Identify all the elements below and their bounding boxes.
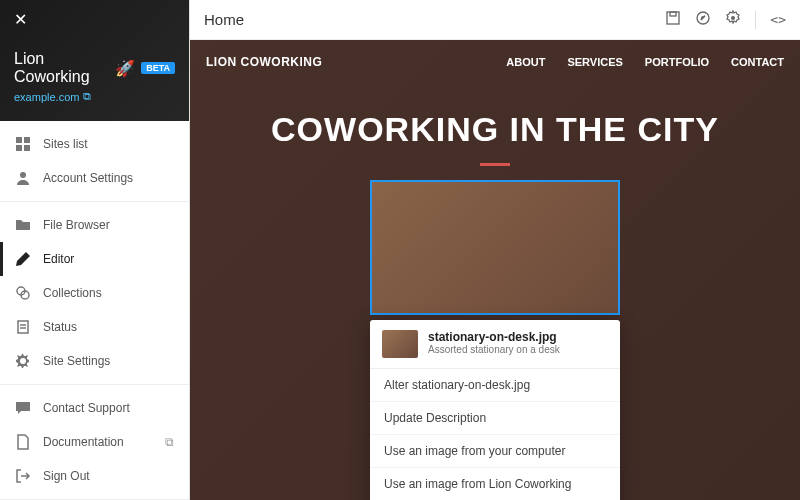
external-link-icon: ⧉ <box>83 90 91 103</box>
popup-caption: Assorted stationary on a desk <box>428 344 560 355</box>
compass-icon[interactable] <box>695 10 711 30</box>
nav-label: Editor <box>43 252 74 266</box>
preview-canvas: LION COWORKING ABOUT SERVICES PORTFOLIO … <box>190 40 800 500</box>
popup-filename: stationary-on-desk.jpg <box>428 330 560 344</box>
sidebar-item-account-settings[interactable]: Account Settings <box>0 161 189 195</box>
popup-header: stationary-on-desk.jpg Assorted stationa… <box>370 320 620 369</box>
thumbnail <box>382 330 418 358</box>
sidebar-header: ✕ Lion Coworking 🚀 BETA example.com ⧉ <box>0 0 189 121</box>
nav-label: Contact Support <box>43 401 130 415</box>
hero-divider <box>480 163 510 166</box>
svg-rect-3 <box>24 145 30 151</box>
rocket-icon: 🚀 <box>115 59 135 78</box>
exit-icon <box>15 468 31 484</box>
code-icon[interactable]: <> <box>770 12 786 27</box>
doc-icon <box>15 434 31 450</box>
folder-icon <box>15 217 31 233</box>
topbar: Home <> <box>190 0 800 40</box>
nav-label: File Browser <box>43 218 110 232</box>
svg-rect-7 <box>18 321 28 333</box>
topbar-actions: <> <box>665 10 786 30</box>
page-title: Home <box>204 11 244 28</box>
nav-label: Documentation <box>43 435 124 449</box>
svg-rect-2 <box>16 145 22 151</box>
nav-section-footer: Contact Support Documentation ⧉ Sign Out <box>0 385 189 500</box>
svg-point-13 <box>731 16 735 20</box>
pencil-icon <box>15 251 31 267</box>
menu-item-update-description[interactable]: Update Description <box>370 402 620 435</box>
sidebar-item-file-browser[interactable]: File Browser <box>0 208 189 242</box>
sidebar-item-status[interactable]: Status <box>0 310 189 344</box>
image-context-menu: stationary-on-desk.jpg Assorted stationa… <box>370 320 620 500</box>
sidebar: ✕ Lion Coworking 🚀 BETA example.com ⧉ Si… <box>0 0 190 500</box>
hero-image-selected[interactable] <box>370 180 620 315</box>
grid-icon <box>15 136 31 152</box>
nav-label: Status <box>43 320 77 334</box>
site-url[interactable]: example.com ⧉ <box>14 90 175 103</box>
menu-item-image-computer[interactable]: Use an image from your computer <box>370 435 620 468</box>
svg-rect-1 <box>24 137 30 143</box>
external-link-icon: ⧉ <box>165 435 174 449</box>
clipboard-icon <box>15 319 31 335</box>
beta-badge: BETA <box>141 62 175 74</box>
preview-links: ABOUT SERVICES PORTFOLIO CONTACT <box>506 56 784 68</box>
hero: COWORKING IN THE CITY Inspiring spaces m… <box>190 40 800 349</box>
divider <box>755 11 756 29</box>
close-icon[interactable]: ✕ <box>14 10 27 29</box>
nav-label: Account Settings <box>43 171 133 185</box>
svg-rect-0 <box>16 137 22 143</box>
svg-rect-11 <box>670 12 676 16</box>
sidebar-item-collections[interactable]: Collections <box>0 276 189 310</box>
nav-label: Sites list <box>43 137 88 151</box>
site-name: Lion Coworking 🚀 BETA <box>14 50 175 86</box>
site-name-text: Lion Coworking <box>14 50 109 86</box>
sidebar-item-sites-list[interactable]: Sites list <box>0 127 189 161</box>
circles-icon <box>15 285 31 301</box>
hero-title[interactable]: COWORKING IN THE CITY <box>190 110 800 149</box>
nav-link-contact[interactable]: CONTACT <box>731 56 784 68</box>
site-url-text: example.com <box>14 91 79 103</box>
menu-item-image-site[interactable]: Use an image from Lion Coworking <box>370 468 620 500</box>
nav-label: Sign Out <box>43 469 90 483</box>
sidebar-item-contact-support[interactable]: Contact Support <box>0 391 189 425</box>
user-icon <box>15 170 31 186</box>
nav-link-services[interactable]: SERVICES <box>567 56 622 68</box>
nav-label: Collections <box>43 286 102 300</box>
main: Home <> LION COWORKING ABOUT SERVICES PO… <box>190 0 800 500</box>
gear-icon[interactable] <box>725 10 741 30</box>
chat-icon <box>15 400 31 416</box>
nav-section-account: Sites list Account Settings <box>0 121 189 202</box>
svg-rect-10 <box>667 12 679 24</box>
nav-section-site: File Browser Editor Collections Status S… <box>0 202 189 385</box>
nav-link-portfolio[interactable]: PORTFOLIO <box>645 56 709 68</box>
preview-nav: LION COWORKING ABOUT SERVICES PORTFOLIO … <box>190 40 800 84</box>
svg-point-4 <box>20 172 26 178</box>
nav-label: Site Settings <box>43 354 110 368</box>
menu-item-alter[interactable]: Alter stationary-on-desk.jpg <box>370 369 620 402</box>
sidebar-item-editor[interactable]: Editor <box>0 242 189 276</box>
sidebar-item-site-settings[interactable]: Site Settings <box>0 344 189 378</box>
preview-logo[interactable]: LION COWORKING <box>206 55 322 69</box>
sidebar-item-sign-out[interactable]: Sign Out <box>0 459 189 493</box>
save-icon[interactable] <box>665 10 681 30</box>
sidebar-item-documentation[interactable]: Documentation ⧉ <box>0 425 189 459</box>
nav-link-about[interactable]: ABOUT <box>506 56 545 68</box>
gear-icon <box>15 353 31 369</box>
